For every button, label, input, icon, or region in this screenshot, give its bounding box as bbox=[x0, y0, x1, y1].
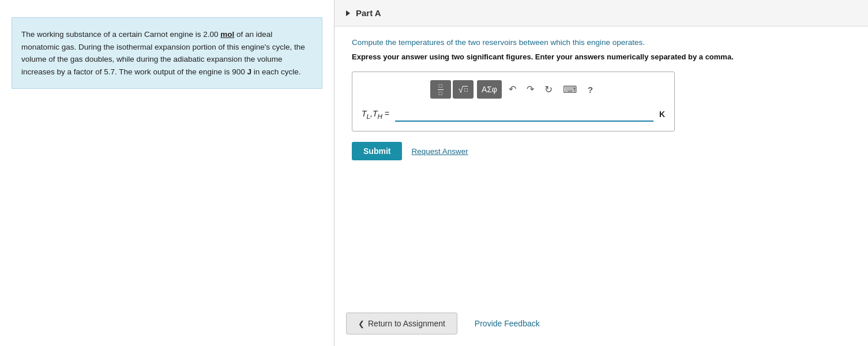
part-header: Part A bbox=[335, 0, 868, 27]
reset-button[interactable]: ↻ bbox=[541, 82, 556, 97]
left-panel: The working substance of a certain Carno… bbox=[0, 0, 335, 346]
collapse-triangle-icon[interactable] bbox=[346, 10, 350, 16]
formula-label: TL,TH = bbox=[362, 109, 389, 120]
radical-button[interactable]: √□ bbox=[453, 80, 474, 99]
answer-box: □ □ √□ ΑΣφ ↶ ↷ ↻ ⌨ ? bbox=[352, 72, 675, 131]
problem-box: The working substance of a certain Carno… bbox=[12, 17, 322, 89]
return-label: Return to Assignment bbox=[368, 319, 445, 328]
return-to-assignment-button[interactable]: ❮ Return to Assignment bbox=[346, 313, 457, 334]
math-symbols-button[interactable]: ΑΣφ bbox=[477, 80, 502, 99]
toolbar-btn-group: □ □ √□ bbox=[430, 80, 474, 99]
help-button[interactable]: ? bbox=[584, 83, 596, 96]
instruction-text: Express your answer using two significan… bbox=[352, 52, 851, 61]
radical-icon: √ bbox=[459, 85, 463, 95]
right-panel: Part A Compute the temperatures of the t… bbox=[335, 0, 868, 346]
submit-button[interactable]: Submit bbox=[352, 142, 402, 160]
redo-button[interactable]: ↷ bbox=[523, 82, 538, 96]
unit-label: K bbox=[659, 110, 665, 119]
bottom-bar: ❮ Return to Assignment Provide Feedback bbox=[335, 303, 868, 346]
keyboard-button[interactable]: ⌨ bbox=[559, 82, 581, 97]
answer-input[interactable] bbox=[395, 107, 653, 122]
actions-row: Submit Request Answer bbox=[352, 142, 851, 160]
toolbar: □ □ √□ ΑΣφ ↶ ↷ ↻ ⌨ ? bbox=[362, 80, 665, 99]
request-answer-button[interactable]: Request Answer bbox=[411, 147, 468, 156]
part-title: Part A bbox=[356, 8, 381, 18]
question-text: Compute the temperatures of the two rese… bbox=[352, 38, 851, 47]
undo-button[interactable]: ↶ bbox=[505, 82, 520, 96]
provide-feedback-button[interactable]: Provide Feedback bbox=[475, 319, 540, 328]
fraction-button[interactable]: □ □ bbox=[430, 80, 451, 99]
chevron-left-icon: ❮ bbox=[358, 319, 365, 328]
part-body: Compute the temperatures of the two rese… bbox=[335, 27, 868, 303]
fraction-icon: □ □ bbox=[438, 82, 444, 97]
math-symbols-label: ΑΣφ bbox=[482, 85, 497, 94]
problem-text: The working substance of a certain Carno… bbox=[21, 30, 305, 76]
input-row: TL,TH = K bbox=[362, 107, 665, 122]
